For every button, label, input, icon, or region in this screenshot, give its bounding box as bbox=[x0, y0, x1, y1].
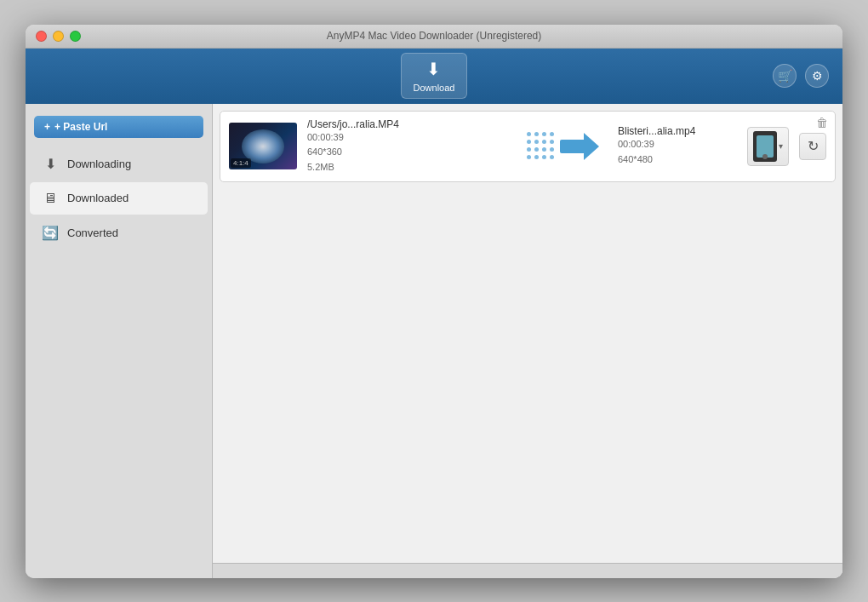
dot bbox=[550, 155, 554, 159]
source-filename: /Users/jo...ralia.MP4 bbox=[307, 118, 508, 130]
close-button[interactable] bbox=[36, 31, 47, 42]
traffic-lights bbox=[36, 31, 81, 42]
sidebar-item-converted[interactable]: 🔄 Converted bbox=[30, 216, 208, 249]
tablet-icon bbox=[753, 131, 777, 162]
converted-icon: 🔄 bbox=[42, 225, 59, 241]
output-duration: 00:00:39 bbox=[618, 137, 737, 152]
titlebar: AnyMP4 Mac Video Downloader (Unregistere… bbox=[26, 25, 842, 49]
plus-icon: + bbox=[44, 121, 50, 133]
dot bbox=[527, 140, 531, 144]
source-resolution: 640*360 bbox=[307, 145, 508, 160]
download-label: Download bbox=[414, 83, 455, 93]
sidebar-item-downloading-label: Downloading bbox=[67, 158, 131, 170]
source-file-info: /Users/jo...ralia.MP4 00:00:39 640*360 5… bbox=[307, 118, 508, 175]
settings-icon: ⚙ bbox=[812, 69, 823, 83]
thumbnail-overlay: 4:1:4 bbox=[231, 158, 251, 168]
sidebar: + + Paste Url ⬇ Downloading 🖥 Downloaded… bbox=[26, 104, 213, 578]
device-select-button[interactable]: ▾ bbox=[747, 127, 789, 166]
paste-url-button[interactable]: + + Paste Url bbox=[34, 116, 203, 138]
dot bbox=[542, 147, 546, 152]
sidebar-item-downloading[interactable]: ⬇ Downloading bbox=[30, 147, 208, 181]
settings-button[interactable]: ⚙ bbox=[805, 64, 829, 88]
sidebar-item-downloaded[interactable]: 🖥 Downloaded bbox=[30, 182, 208, 215]
file-list: 4:1:4 /Users/jo...ralia.MP4 00:00:39 640… bbox=[213, 104, 842, 563]
dot bbox=[550, 147, 554, 152]
sidebar-item-downloaded-label: Downloaded bbox=[67, 192, 128, 204]
refresh-icon: ↻ bbox=[808, 138, 819, 154]
dot bbox=[542, 140, 546, 144]
source-duration: 00:00:39 bbox=[307, 130, 508, 146]
dots-grid-icon bbox=[527, 132, 555, 160]
source-size: 5.2MB bbox=[307, 160, 508, 175]
output-filename: Blisteri...alia.mp4 bbox=[618, 125, 737, 137]
dot bbox=[550, 132, 554, 136]
arrow-shaft bbox=[560, 140, 584, 153]
dot bbox=[527, 147, 531, 152]
output-resolution: 640*480 bbox=[618, 152, 737, 168]
dot bbox=[542, 132, 546, 136]
delete-button[interactable]: 🗑 bbox=[816, 117, 828, 129]
convert-arrow bbox=[518, 132, 608, 160]
dot bbox=[534, 132, 539, 136]
app-window: AnyMP4 Mac Video Downloader (Unregistere… bbox=[26, 25, 842, 578]
dot bbox=[527, 155, 531, 159]
dot bbox=[542, 155, 546, 159]
table-row: 4:1:4 /Users/jo...ralia.MP4 00:00:39 640… bbox=[220, 111, 836, 183]
main-panel: 4:1:4 /Users/jo...ralia.MP4 00:00:39 640… bbox=[213, 104, 842, 578]
arrow-head bbox=[584, 133, 599, 160]
toolbar: ⬇ Download 🛒 ⚙ bbox=[26, 49, 842, 104]
download-icon: ⬇ bbox=[426, 59, 441, 79]
maximize-button[interactable] bbox=[70, 31, 81, 42]
downloaded-icon: 🖥 bbox=[42, 191, 59, 206]
arrow-right-icon bbox=[560, 133, 599, 160]
dot bbox=[550, 140, 554, 144]
download-toolbar-button[interactable]: ⬇ Download bbox=[401, 53, 468, 99]
file-thumbnail: 4:1:4 bbox=[229, 123, 297, 169]
trash-icon: 🗑 bbox=[816, 116, 828, 129]
minimize-button[interactable] bbox=[53, 31, 64, 42]
paste-url-label: + Paste Url bbox=[54, 121, 107, 133]
refresh-button[interactable]: ↻ bbox=[799, 133, 826, 160]
status-bar bbox=[213, 563, 842, 578]
dot bbox=[527, 132, 531, 136]
dot bbox=[534, 155, 539, 159]
window-title: AnyMP4 Mac Video Downloader (Unregistere… bbox=[327, 30, 542, 42]
output-file-info: Blisteri...alia.mp4 00:00:39 640*480 bbox=[618, 125, 737, 167]
content-area: + + Paste Url ⬇ Downloading 🖥 Downloaded… bbox=[26, 104, 842, 578]
dot bbox=[534, 140, 539, 144]
downloading-icon: ⬇ bbox=[42, 156, 59, 172]
sidebar-item-converted-label: Converted bbox=[67, 226, 118, 239]
dot bbox=[534, 147, 539, 152]
toolbar-right-actions: 🛒 ⚙ bbox=[773, 64, 829, 88]
chevron-down-icon: ▾ bbox=[779, 141, 783, 151]
cart-icon: 🛒 bbox=[778, 69, 792, 83]
cart-button[interactable]: 🛒 bbox=[773, 64, 797, 88]
